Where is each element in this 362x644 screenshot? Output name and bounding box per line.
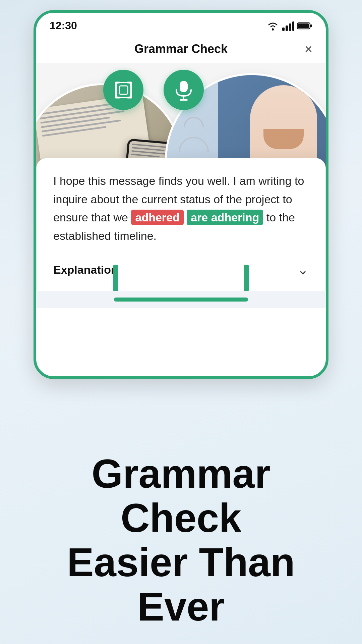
svg-rect-2 (286, 25, 288, 31)
headline-line1: Grammar Check (27, 451, 335, 540)
svg-rect-6 (298, 23, 309, 28)
scan-button[interactable] (103, 70, 143, 110)
headline-line2: Easier Than Ever (27, 540, 335, 629)
connector-left (113, 265, 118, 291)
phone-frame: 12:30 Grammar (34, 10, 328, 379)
status-time: 12:30 (50, 19, 77, 32)
status-icons (266, 21, 312, 31)
signal-icon (282, 21, 294, 31)
scan-icon (113, 79, 134, 101)
mic-button[interactable] (164, 70, 204, 110)
grammar-text: I hope this message finds you well. I am… (53, 172, 309, 245)
main-headline: Grammar Check Easier Than Ever (27, 451, 335, 629)
wifi-icon (266, 21, 280, 31)
word-wrong: adhered (131, 210, 183, 225)
close-button[interactable]: × (305, 42, 312, 57)
battery-icon (297, 21, 312, 30)
svg-rect-18 (180, 81, 188, 92)
status-bar: 12:30 (36, 13, 326, 35)
app-title: Grammar Check (134, 42, 228, 56)
explanation-label: Explanation (53, 263, 118, 276)
explanation-row[interactable]: Explanation ⌄ (53, 255, 309, 277)
mic-icon (174, 79, 194, 101)
chevron-down-icon[interactable]: ⌄ (297, 262, 309, 277)
app-header: Grammar Check × (36, 35, 326, 63)
word-correct: are adhering (187, 210, 263, 225)
svg-rect-8 (116, 83, 131, 98)
bottom-bar-indicator (114, 298, 248, 302)
svg-rect-3 (289, 23, 291, 31)
images-section: I hope this message finds you well. I am… (36, 63, 326, 291)
svg-point-0 (272, 29, 274, 31)
svg-rect-1 (282, 28, 285, 31)
svg-rect-4 (292, 21, 294, 31)
bottom-section: Grammar Check Easier Than Ever (0, 416, 362, 644)
grammar-card: I hope this message finds you well. I am… (36, 158, 326, 291)
svg-rect-9 (119, 86, 128, 94)
connector-right (244, 265, 249, 291)
svg-rect-7 (310, 24, 312, 27)
